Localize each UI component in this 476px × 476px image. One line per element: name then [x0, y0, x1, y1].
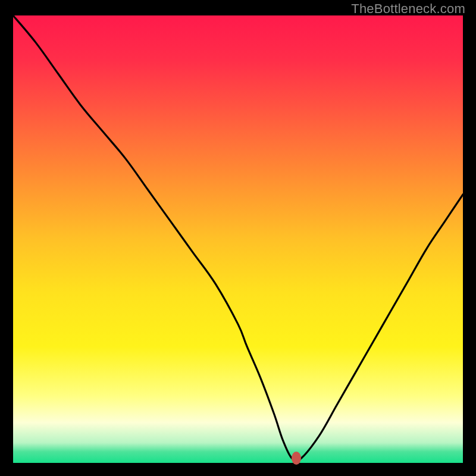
watermark-text: TheBottleneck.com — [351, 1, 465, 17]
chart-frame: TheBottleneck.com — [0, 0, 476, 476]
bottleneck-curve — [13, 15, 463, 463]
plot-area — [13, 15, 463, 463]
curve-marker — [292, 452, 301, 465]
